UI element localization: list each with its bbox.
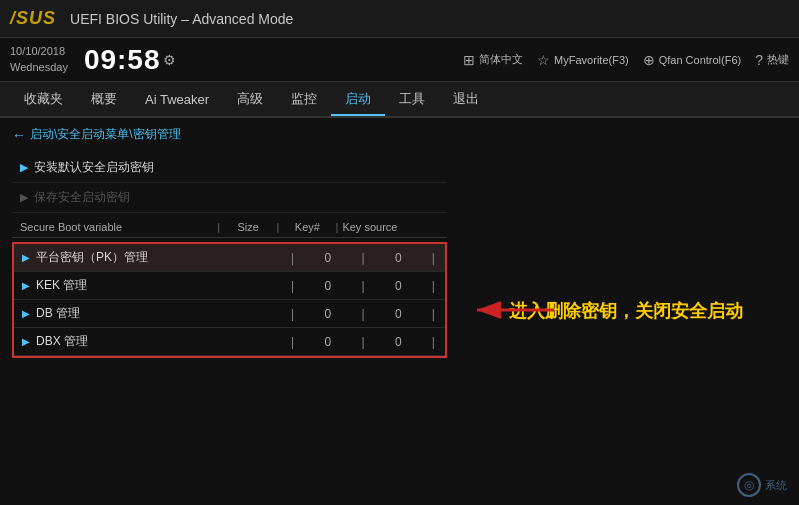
chevron-right-icon: ▶ [20, 161, 28, 174]
tool-qfan[interactable]: ⊕ Qfan Control(F6) [643, 52, 742, 68]
kek-label: KEK 管理 [36, 277, 289, 294]
time-display: 09:58 [84, 44, 161, 76]
gear-icon[interactable]: ⚙ [163, 52, 176, 68]
dbx-key: 0 [367, 335, 430, 349]
watermark-text: 系统 [765, 478, 787, 493]
right-annotation-panel: 进入删除密钥，关闭安全启动 [459, 118, 799, 505]
row-arrow-db-icon: ▶ [22, 308, 30, 319]
back-arrow-icon[interactable]: ← [12, 127, 26, 143]
install-key-label: 安装默认安全启动密钥 [34, 159, 154, 176]
table-row[interactable]: ▶ 平台密钥（PK）管理 | 0 | 0 | [14, 244, 445, 272]
tool-language[interactable]: ⊞ 简体中文 [463, 52, 523, 68]
table-row[interactable]: ▶ DBX 管理 | 0 | 0 | [14, 328, 445, 356]
kek-size: 0 [296, 279, 359, 293]
dbx-size: 0 [296, 335, 359, 349]
row-arrow-kek-icon: ▶ [22, 280, 30, 291]
tool-hotkey[interactable]: ? 热键 [755, 52, 789, 68]
nav-exit[interactable]: 退出 [439, 84, 493, 114]
kek-key: 0 [367, 279, 430, 293]
red-arrow-icon [469, 292, 559, 332]
row-arrow-pk-icon: ▶ [22, 252, 30, 263]
date-info: 10/10/2018 Wednesday [10, 44, 68, 75]
save-key-label: 保存安全启动密钥 [34, 189, 130, 206]
hotkey-icon: ? [755, 52, 763, 68]
save-key-item: ▶ 保存安全启动密钥 [12, 183, 447, 213]
watermark: ◎ 系统 [737, 473, 787, 497]
table-header: Secure Boot variable | Size | Key# | Key… [12, 217, 447, 238]
left-panel: ← 启动\安全启动菜单\密钥管理 ▶ 安装默认安全启动密钥 ▶ 保存安全启动密钥… [0, 118, 459, 505]
breadcrumb: ← 启动\安全启动菜单\密钥管理 [12, 126, 447, 143]
nav-advanced[interactable]: 高级 [223, 84, 277, 114]
pk-size: 0 [296, 251, 359, 265]
db-size: 0 [296, 307, 359, 321]
time-area: 09:58 ⚙ [84, 44, 176, 76]
nav-menu: 收藏夹 概要 Ai Tweaker 高级 监控 启动 工具 退出 [0, 82, 799, 118]
row-arrow-dbx-icon: ▶ [22, 336, 30, 347]
nav-monitor[interactable]: 监控 [277, 84, 331, 114]
asus-logo: /SUS [10, 8, 56, 29]
myfavorite-icon: ☆ [537, 52, 550, 68]
db-key: 0 [367, 307, 430, 321]
language-icon: ⊞ [463, 52, 475, 68]
nav-favorites[interactable]: 收藏夹 [10, 84, 77, 114]
dbx-label: DBX 管理 [36, 333, 289, 350]
pk-label: 平台密钥（PK）管理 [36, 249, 289, 266]
breadcrumb-path: 启动\安全启动菜单\密钥管理 [30, 126, 181, 143]
main-content: ← 启动\安全启动菜单\密钥管理 ▶ 安装默认安全启动密钥 ▶ 保存安全启动密钥… [0, 118, 799, 505]
nav-boot[interactable]: 启动 [331, 84, 385, 116]
secure-boot-table: ▶ 平台密钥（PK）管理 | 0 | 0 | ▶ KEK 管理 | 0 | 0 … [12, 242, 447, 358]
db-label: DB 管理 [36, 305, 289, 322]
table-row[interactable]: ▶ KEK 管理 | 0 | 0 | [14, 272, 445, 300]
bios-title: UEFI BIOS Utility – Advanced Mode [70, 11, 789, 27]
nav-ai-tweaker[interactable]: Ai Tweaker [131, 86, 223, 113]
nav-tools[interactable]: 工具 [385, 84, 439, 114]
col-sep2: | [276, 221, 279, 233]
col-header-key: Key# [283, 221, 331, 233]
top-bar: /SUS UEFI BIOS Utility – Advanced Mode [0, 0, 799, 38]
col-sep3: | [336, 221, 339, 233]
chevron-right-disabled-icon: ▶ [20, 191, 28, 204]
install-default-key-item[interactable]: ▶ 安装默认安全启动密钥 [12, 153, 447, 183]
pk-key: 0 [367, 251, 430, 265]
col-header-size: Size [224, 221, 272, 233]
col-header-source: Key source [342, 221, 439, 233]
col-header-name: Secure Boot variable [20, 221, 213, 233]
datetime-bar: 10/10/2018 Wednesday 09:58 ⚙ ⊞ 简体中文 ☆ My… [0, 38, 799, 82]
table-row[interactable]: ▶ DB 管理 | 0 | 0 | [14, 300, 445, 328]
top-tools: ⊞ 简体中文 ☆ MyFavorite(F3) ⊕ Qfan Control(F… [463, 52, 789, 68]
tool-myfavorite[interactable]: ☆ MyFavorite(F3) [537, 52, 629, 68]
qfan-icon: ⊕ [643, 52, 655, 68]
col-sep1: | [217, 221, 220, 233]
nav-overview[interactable]: 概要 [77, 84, 131, 114]
watermark-icon: ◎ [737, 473, 761, 497]
